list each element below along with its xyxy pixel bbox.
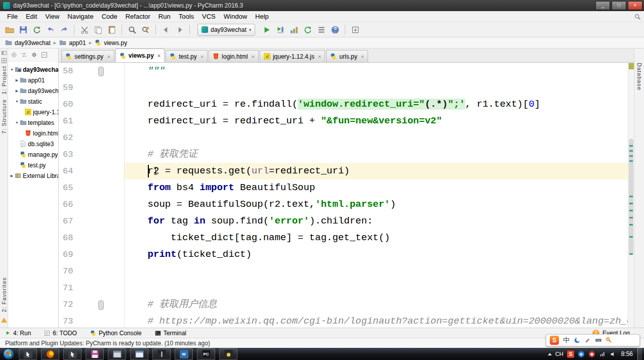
language-indicator[interactable]: CH <box>555 351 564 357</box>
coverage-button[interactable] <box>274 24 287 36</box>
help-button[interactable] <box>329 24 341 36</box>
tree-item[interactable]: manage.py <box>8 149 58 160</box>
taskbar-app-firefox[interactable] <box>41 348 59 360</box>
close-button[interactable]: × <box>628 1 642 10</box>
wrench-button[interactable] <box>606 337 613 344</box>
tab-settings.py[interactable]: settings.py× <box>61 50 114 62</box>
tree-right-arrow-icon[interactable]: ▶ <box>14 78 20 82</box>
code-line[interactable] <box>125 129 634 146</box>
menu-item-help[interactable]: Help <box>251 12 273 21</box>
tree-item[interactable]: test.py <box>8 160 58 170</box>
taskbar-app-window-blue[interactable] <box>130 348 148 360</box>
code-line[interactable]: soup = BeautifulSoup(r2.text,'html.parse… <box>125 196 634 213</box>
tray-bluedot-icon[interactable] <box>578 350 585 357</box>
start-button[interactable] <box>3 348 14 359</box>
code-area[interactable]: """ redirect_uri = re.findall('window.re… <box>125 63 634 328</box>
taskbar-app-we[interactable]: W <box>175 348 193 360</box>
tool-window-button-terminal[interactable]: Terminal <box>155 330 186 337</box>
tab-test.py[interactable]: test.py× <box>166 50 208 62</box>
run-button[interactable] <box>260 24 273 36</box>
code-line[interactable]: """ <box>125 63 634 79</box>
run-configuration-select[interactable]: day93wechat▾ <box>197 24 255 36</box>
taskbar-app-pc[interactable]: PC <box>197 348 215 360</box>
tab-views.py[interactable]: views.py× <box>115 49 165 62</box>
code-line[interactable]: from bs4 import BeautifulSoup <box>125 179 634 196</box>
editor-scrollbar[interactable] <box>628 63 634 328</box>
menu-item-file[interactable]: File <box>3 12 22 21</box>
tree-down-arrow-icon[interactable]: ▼ <box>14 121 20 124</box>
tray-spk-icon[interactable] <box>610 350 617 357</box>
copy-button[interactable] <box>92 24 104 36</box>
forward-button[interactable] <box>173 24 186 36</box>
close-tab-icon[interactable]: × <box>200 54 204 60</box>
tray-sogou-icon[interactable] <box>567 350 574 357</box>
menu-item-vcs[interactable]: VCS <box>198 12 220 21</box>
tool-window-button-python-console[interactable]: Python Console <box>90 330 142 337</box>
tool-window-button-6-todo[interactable]: 6: TODO <box>44 330 77 337</box>
code-line[interactable]: # 获取用户信息 <box>125 296 634 313</box>
sidebar-item-database[interactable]: Database <box>634 63 644 91</box>
menu-item-window[interactable]: Window <box>220 12 251 21</box>
tree-item[interactable]: ▶app01 <box>8 75 58 85</box>
menu-item-refactor[interactable]: Refactor <box>122 12 154 21</box>
replace-button[interactable] <box>139 24 152 36</box>
editor[interactable]: 58596061626364656667686970717273 """ red… <box>59 63 634 328</box>
tray-net-icon[interactable] <box>599 350 606 357</box>
fold-handle[interactable] <box>98 67 104 76</box>
undo-button[interactable] <box>44 24 57 36</box>
sidebar-item-structure[interactable]: 7: Structure <box>0 99 8 134</box>
close-tab-icon[interactable]: × <box>107 54 110 60</box>
taskbar-app-dark-cursor[interactable] <box>19 348 37 360</box>
code-line[interactable]: # 获取凭证 <box>125 146 634 163</box>
tab-jquery-1.12.4.js[interactable]: jquery-1.12.4.js× <box>260 50 325 62</box>
redo-button[interactable] <box>58 24 70 36</box>
taskbar-app-dark-yellow[interactable] <box>219 348 237 360</box>
close-tab-icon[interactable]: × <box>318 54 321 60</box>
pen-button[interactable] <box>584 337 591 344</box>
search-icon[interactable] <box>634 13 641 20</box>
target-button[interactable] <box>11 52 17 58</box>
menu-item-code[interactable]: Code <box>98 12 122 21</box>
minimize-button[interactable]: _ <box>595 1 610 10</box>
taskbar-app-dark-cursor[interactable] <box>63 348 82 360</box>
list-button[interactable] <box>315 24 328 36</box>
chinese-mode-icon[interactable]: 中 <box>563 336 570 345</box>
sogou-logo-icon[interactable]: S <box>550 336 559 345</box>
profiler-button[interactable] <box>288 24 300 36</box>
taskbar-app-dark-bar[interactable] <box>152 348 171 360</box>
sync-button[interactable] <box>30 24 43 36</box>
taskbar-app-floppy[interactable] <box>86 348 104 360</box>
breadcrumb-item[interactable]: day93wechat <box>5 39 51 47</box>
tree-item[interactable]: ▶day93wechat <box>8 85 58 96</box>
tree-down-arrow-icon[interactable]: ▼ <box>9 68 15 71</box>
maximize-button[interactable]: □ <box>612 1 626 10</box>
tool-window-icon[interactable] <box>1 58 7 64</box>
moon-button[interactable] <box>574 337 581 344</box>
sidebar-item-project[interactable]: 1: Project <box>0 66 8 94</box>
show-desktop-button[interactable] <box>637 348 642 360</box>
tree-item[interactable]: ▼templates <box>8 117 58 128</box>
breadcrumb-item[interactable]: app01 <box>59 39 86 47</box>
tray-expand-icon[interactable] <box>548 353 552 355</box>
tool-window-button-4-run[interactable]: 4: Run <box>5 330 31 337</box>
menu-item-view[interactable]: View <box>41 12 63 21</box>
rerun-button[interactable] <box>301 24 314 36</box>
tree-item[interactable]: jquery-1.12.4.js <box>8 107 58 117</box>
menu-item-navigate[interactable]: Navigate <box>63 12 97 21</box>
update-warning-icon[interactable] <box>1 318 7 323</box>
tab-login.html[interactable]: login.html× <box>209 50 259 62</box>
code-line[interactable]: redirect_uri = redirect_uri + "&fun=new&… <box>125 113 634 129</box>
swap-button[interactable] <box>21 52 27 58</box>
tree-down-arrow-icon[interactable]: ▼ <box>14 100 20 103</box>
gear-button[interactable] <box>31 52 37 58</box>
back-button[interactable] <box>159 24 172 36</box>
tab-urls.py[interactable]: urls.py× <box>326 50 368 62</box>
updates-button[interactable] <box>349 24 361 36</box>
breadcrumb-item[interactable]: views.py <box>95 39 127 47</box>
code-line[interactable]: for tag in soup.find('error').children: <box>125 213 634 230</box>
code-line[interactable] <box>125 79 634 96</box>
tree-right-arrow-icon[interactable]: ▶ <box>9 174 15 178</box>
tree-item[interactable]: ▼static <box>8 96 58 107</box>
code-line[interactable]: redirect_uri = re.findall('window.redire… <box>125 96 634 113</box>
code-line[interactable]: ticket_dict[tag.name] = tag.get_text() <box>125 230 634 246</box>
